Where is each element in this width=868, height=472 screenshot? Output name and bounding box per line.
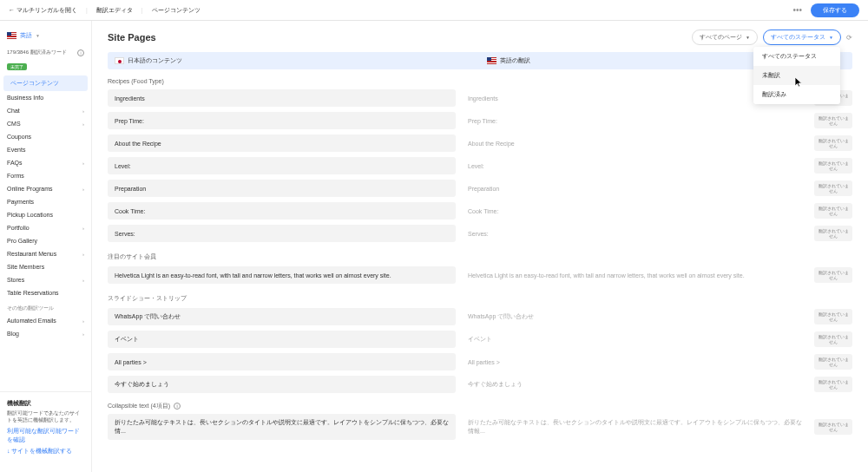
target-cell[interactable]: Preparation <box>461 180 809 197</box>
sidebar-item[interactable]: Online Programs› <box>0 182 91 195</box>
target-cell[interactable]: 今すぐ始めましょう <box>461 376 809 393</box>
jp-flag-icon <box>115 57 124 64</box>
table-row: About the RecipeAbout the Recipe翻訳されていませ… <box>108 134 852 152</box>
sidebar-item[interactable]: Table Reservations <box>0 286 91 299</box>
row-state: 翻訳されていません <box>814 267 852 283</box>
source-cell[interactable]: Cook Time: <box>108 202 456 220</box>
chevron-right-icon: › <box>82 121 84 127</box>
table-row: イベントイベント翻訳されていません <box>108 331 852 348</box>
save-button[interactable]: 保存する <box>811 3 859 17</box>
sidebar-item[interactable]: Restaurant Menus› <box>0 247 91 260</box>
sidebar-item[interactable]: Forms <box>0 169 91 182</box>
table-row: PreparationPreparation翻訳されていません <box>108 180 852 197</box>
section-header: スライドショー・ストリップ <box>108 289 852 308</box>
table-row: Cook Time:Cook Time:翻訳されていません <box>108 202 852 220</box>
chevron-right-icon: › <box>82 252 84 257</box>
source-cell[interactable]: All parties > <box>108 353 456 370</box>
chevron-down-icon: ▼ <box>746 35 750 40</box>
target-cell[interactable]: Level: <box>461 157 809 174</box>
source-cell[interactable]: Level: <box>108 157 456 174</box>
target-cell[interactable]: 折りたたみ可能なテキストは、長いセクションのタイトルや説明文に最適です。レイアウ… <box>461 414 809 440</box>
sidebar-item[interactable]: Automated Emails› <box>0 314 91 327</box>
chevron-right-icon: › <box>82 187 84 192</box>
mt-run-link[interactable]: ↓ サイトを機械翻訳する <box>7 447 84 456</box>
sidebar-item[interactable]: ページコンテンツ <box>3 75 88 91</box>
target-cell[interactable]: Serves: <box>461 225 809 242</box>
chevron-right-icon: › <box>82 278 84 283</box>
breadcrumb-editor: 翻訳エディタ <box>96 6 133 15</box>
dropdown-option[interactable]: 翻訳済み <box>753 85 840 104</box>
source-cell[interactable]: Serves: <box>108 225 456 242</box>
target-cell[interactable]: Cook Time: <box>461 202 809 220</box>
sidebar-item[interactable]: Events <box>0 143 91 156</box>
row-state: 翻訳されていません <box>814 377 852 392</box>
source-cell[interactable]: イベント <box>108 331 456 348</box>
table-row: 折りたたみ可能なテキストは、長いセクションのタイトルや説明文に最適です。レイアウ… <box>108 414 852 440</box>
chevron-right-icon: › <box>82 161 84 166</box>
source-cell[interactable]: About the Recipe <box>108 134 456 152</box>
sidebar-item[interactable]: Stores› <box>0 273 91 286</box>
source-cell[interactable]: 折りたたみ可能なテキストは、長いセクションのタイトルや説明文に最適です。レイアウ… <box>108 414 456 440</box>
chevron-down-icon: ▼ <box>829 35 833 40</box>
row-state: 翻訳されていません <box>814 113 852 128</box>
language-selector[interactable]: 英語 ▼ <box>0 28 91 43</box>
table-row: Prep Time:Prep Time:翻訳されていません <box>108 112 852 129</box>
sidebar-item[interactable]: Portfolio› <box>0 221 91 234</box>
row-state: 翻訳されていません <box>814 354 852 370</box>
target-cell[interactable]: Helvetica Light is an easy-to-read font,… <box>461 266 809 284</box>
word-stats: 179/3846 翻訳済みワード i <box>0 43 91 62</box>
info-icon: i <box>174 403 181 410</box>
chevron-down-icon: ▼ <box>36 33 40 38</box>
sidebar-item[interactable]: Chat› <box>0 104 91 117</box>
more-menu[interactable]: ••• <box>792 5 802 15</box>
target-cell[interactable]: About the Recipe <box>461 134 809 152</box>
back-link[interactable]: ← マルチリンガルを開く <box>9 6 77 15</box>
topbar: ← マルチリンガルを開く | 翻訳エディタ | ページコンテンツ ••• 保存す… <box>0 0 868 21</box>
source-cell[interactable]: Prep Time: <box>108 112 456 129</box>
status-dropdown-menu: すべてのステータス 未翻訳 翻訳済み <box>753 47 840 104</box>
chevron-right-icon: › <box>82 226 84 231</box>
source-cell[interactable]: Preparation <box>108 180 456 197</box>
table-row: WhatsApp で問い合わせWhatsApp で問い合わせ翻訳されていません <box>108 308 852 325</box>
row-state: 翻訳されていません <box>814 180 852 196</box>
sidebar: 英語 ▼ 179/3846 翻訳済みワード i 未完了 ページコンテンツBusi… <box>0 21 92 472</box>
target-cell[interactable]: WhatsApp で問い合わせ <box>461 308 809 325</box>
sidebar-item[interactable]: Pickup Locations <box>0 208 91 221</box>
reload-icon[interactable]: ⟳ <box>846 34 852 42</box>
source-cell[interactable]: 今すぐ始めましょう <box>108 376 456 393</box>
sidebar-item[interactable]: CMS› <box>0 117 91 130</box>
status-filter-dropdown[interactable]: すべてのステータス▼ <box>763 30 841 45</box>
info-icon[interactable]: i <box>77 49 84 56</box>
row-state: 翻訳されていません <box>814 203 852 219</box>
sidebar-item[interactable]: Coupons <box>0 130 91 143</box>
table-row: IngredientsIngredients翻訳されていません <box>108 89 852 107</box>
table-row: Level:Level:翻訳されていません <box>108 157 852 174</box>
section-header: 注目のサイト会員 <box>108 247 852 266</box>
sidebar-item[interactable]: Payments <box>0 195 91 208</box>
target-cell[interactable]: Prep Time: <box>461 112 809 129</box>
chevron-right-icon: › <box>82 318 84 324</box>
target-cell[interactable]: イベント <box>461 331 809 348</box>
sidebar-item[interactable]: Business Info <box>0 91 91 104</box>
dropdown-option[interactable]: すべてのステータス <box>753 47 840 66</box>
target-cell[interactable]: All parties > <box>461 353 809 370</box>
sidebar-item[interactable]: Pro Gallery <box>0 234 91 247</box>
source-cell[interactable]: Helvetica Light is an easy-to-read font,… <box>108 266 456 284</box>
table-row: Helvetica Light is an easy-to-read font,… <box>108 266 852 284</box>
sidebar-item[interactable]: FAQs› <box>0 156 91 169</box>
source-cell[interactable]: WhatsApp で問い合わせ <box>108 308 456 325</box>
mt-check-link[interactable]: 利用可能な翻訳可能ワードを確認 <box>7 427 84 444</box>
page-title: Site Pages <box>108 32 156 43</box>
sidebar-item[interactable]: Blog› <box>0 327 91 340</box>
row-state: 翻訳されていません <box>814 419 852 435</box>
source-cell[interactable]: Ingredients <box>108 89 456 107</box>
status-badge: 未完了 <box>7 63 27 70</box>
row-state: 翻訳されていません <box>814 135 852 151</box>
row-state: 翻訳されていません <box>814 226 852 241</box>
page-filter-dropdown[interactable]: すべてのページ▼ <box>692 30 758 45</box>
dropdown-option[interactable]: 未翻訳 <box>753 66 840 85</box>
sidebar-item[interactable]: Site Members <box>0 260 91 273</box>
collapsible-header[interactable]: Collapsible text (4項目) i <box>108 398 852 414</box>
chevron-right-icon: › <box>82 108 84 114</box>
section-header: Recipes (Food Type) <box>108 73 852 89</box>
